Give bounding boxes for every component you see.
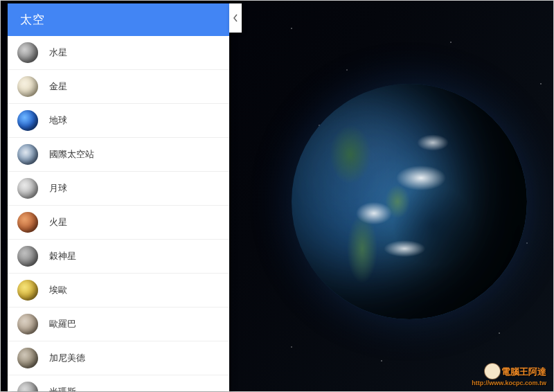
sidebar-item-label: 加尼美德 <box>49 352 85 364</box>
watermark-url: http://www.kocpc.com.tw <box>472 380 546 387</box>
sidebar-item-label: 歐羅巴 <box>49 318 76 330</box>
planet-thumb-icon <box>17 212 38 233</box>
chevron-left-icon <box>233 14 238 22</box>
sidebar-item-label: 米瑪斯 <box>49 386 76 391</box>
planet-thumb-icon <box>17 178 38 199</box>
sidebar-item-label: 水星 <box>49 46 67 59</box>
sidebar-item-2[interactable]: 地球 <box>8 104 229 138</box>
sidebar-item-1[interactable]: 金星 <box>8 70 229 104</box>
app-frame: 太空 水星金星地球國際太空站月球火星穀神星埃歐歐羅巴加尼美德米瑪斯 電腦王阿達 … <box>0 0 554 392</box>
planet-thumb-icon <box>17 348 38 368</box>
planet-thumb-icon <box>17 42 38 63</box>
planet-thumb-icon <box>17 246 38 267</box>
sidebar-item-9[interactable]: 加尼美德 <box>8 341 229 375</box>
planet-thumb-icon <box>17 382 38 391</box>
collapse-sidebar-button[interactable] <box>229 3 242 33</box>
sidebar: 太空 水星金星地球國際太空站月球火星穀神星埃歐歐羅巴加尼美德米瑪斯 <box>8 3 229 391</box>
sidebar-item-label: 月球 <box>49 182 67 195</box>
planet-thumb-icon <box>17 110 38 131</box>
sidebar-item-label: 國際太空站 <box>49 148 94 161</box>
sidebar-title: 太空 <box>8 3 229 36</box>
earth-globe[interactable] <box>292 84 527 319</box>
sidebar-item-6[interactable]: 穀神星 <box>8 240 229 274</box>
planet-thumb-icon <box>17 76 38 97</box>
sidebar-item-label: 地球 <box>49 114 67 127</box>
sidebar-item-label: 金星 <box>49 80 67 93</box>
sidebar-item-10[interactable]: 米瑪斯 <box>8 375 229 391</box>
sidebar-item-label: 穀神星 <box>49 250 76 262</box>
planet-thumb-icon <box>17 314 38 335</box>
sidebar-item-label: 火星 <box>49 216 67 229</box>
planet-list[interactable]: 水星金星地球國際太空站月球火星穀神星埃歐歐羅巴加尼美德米瑪斯 <box>8 36 229 391</box>
planet-thumb-icon <box>17 280 38 301</box>
sidebar-item-0[interactable]: 水星 <box>8 36 229 70</box>
watermark: 電腦王阿達 http://www.kocpc.com.tw <box>472 365 546 387</box>
watermark-avatar-icon <box>485 364 500 379</box>
sidebar-item-8[interactable]: 歐羅巴 <box>8 308 229 341</box>
sidebar-item-3[interactable]: 國際太空站 <box>8 138 229 172</box>
sidebar-item-5[interactable]: 火星 <box>8 206 229 240</box>
sidebar-item-4[interactable]: 月球 <box>8 172 229 206</box>
planet-thumb-icon <box>17 144 38 165</box>
watermark-text: 電腦王阿達 <box>501 367 546 377</box>
sidebar-item-label: 埃歐 <box>49 284 67 296</box>
sidebar-item-7[interactable]: 埃歐 <box>8 274 229 308</box>
